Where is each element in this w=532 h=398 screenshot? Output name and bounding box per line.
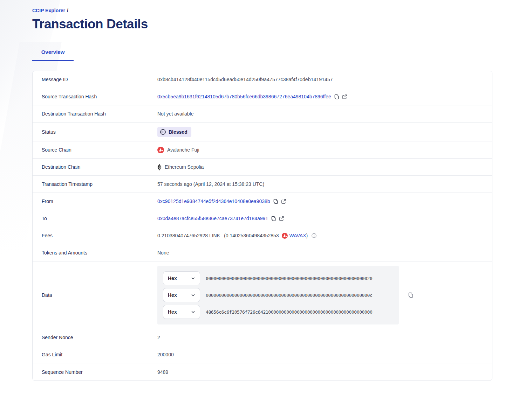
transaction-details-page: CCIP Explorer/ Transaction Details Overv… <box>0 0 532 381</box>
fees-native-amount: (0.140253604984352853 <box>224 233 279 238</box>
row-label: From <box>33 198 157 204</box>
row-label: Status <box>33 129 157 135</box>
row-sequence-number: Sequence Number 9489 <box>33 363 492 380</box>
row-dest-chain: Destination Chain Ethereum Sepolia <box>33 159 492 176</box>
row-to: To 0x0da4e87acfce55f58e36e7cae73741e7d18… <box>33 210 492 227</box>
timestamp-value: 57 seconds ago (April 12, 2024 at 15:38:… <box>157 181 492 187</box>
data-format-select[interactable]: Hex <box>163 288 200 302</box>
data-hex-value: 48656c6c6f20576f726c64210000000000000000… <box>206 309 372 315</box>
transaction-details-card: Message ID 0xb8cb414128f440e115dcd5d6ead… <box>32 71 492 381</box>
data-hex-box: Hex 000000000000000000000000000000000000… <box>157 266 399 324</box>
row-source-chain: Source Chain Avalanche Fuji <box>33 141 492 159</box>
info-icon[interactable] <box>312 233 316 238</box>
row-label: Source Chain <box>33 147 157 153</box>
copy-icon[interactable] <box>408 292 414 298</box>
tokens-value: None <box>157 250 492 256</box>
breadcrumb-separator: / <box>67 8 68 13</box>
breadcrumb-ccip-explorer-link[interactable]: CCIP Explorer <box>32 8 65 13</box>
data-hex-value: 0000000000000000000000000000000000000000… <box>206 276 372 281</box>
data-hex-value: 0000000000000000000000000000000000000000… <box>206 293 372 298</box>
row-label: To <box>33 216 157 221</box>
dest-chain-name: Ethereum Sepolia <box>165 164 204 170</box>
chevron-down-icon <box>191 310 195 314</box>
row-timestamp: Transaction Timestamp 57 seconds ago (Ap… <box>33 176 492 193</box>
avalanche-icon <box>157 147 164 153</box>
row-label: Source Transaction Hash <box>33 94 157 99</box>
row-data: Data Hex 0000000000000000000000000000000… <box>33 261 492 329</box>
status-badge: Blessed <box>157 127 191 137</box>
external-link-icon[interactable] <box>342 94 347 99</box>
data-line: Hex 000000000000000000000000000000000000… <box>163 288 393 302</box>
row-label: Message ID <box>33 77 157 82</box>
copy-icon[interactable] <box>271 216 276 221</box>
page-title: Transaction Details <box>32 17 492 32</box>
row-label: Destination Transaction Hash <box>33 111 157 117</box>
status-badge-label: Blessed <box>169 129 187 135</box>
row-gas-limit: Gas Limit 200000 <box>33 346 492 363</box>
from-address-link[interactable]: 0xc90125d1e9384744e5f2d4364e10408e0ea903… <box>157 198 270 204</box>
data-line: Hex 48656c6c6f20576f726c6421000000000000… <box>163 305 393 319</box>
fees-link-amount: 0.21038040747652928 LINK <box>157 233 220 238</box>
row-label: Data <box>33 292 157 298</box>
row-label: Tokens and Amounts <box>33 250 157 256</box>
copy-icon[interactable] <box>334 94 339 99</box>
data-format-selected: Hex <box>168 309 177 315</box>
data-format-select[interactable]: Hex <box>163 271 200 285</box>
data-line: Hex 000000000000000000000000000000000000… <box>163 271 393 285</box>
row-label: Transaction Timestamp <box>33 181 157 187</box>
row-label: Sequence Number <box>33 369 157 375</box>
chevron-down-icon <box>191 276 195 280</box>
fees-paren-close: ) <box>306 233 308 238</box>
sequence-number-value: 9489 <box>157 369 492 375</box>
source-chain-value: Avalanche Fuji <box>157 147 199 153</box>
row-label: Gas Limit <box>33 352 157 357</box>
breadcrumb: CCIP Explorer/ <box>32 8 492 13</box>
wavax-token-link[interactable]: WAVAX <box>289 233 306 238</box>
row-fees: Fees 0.21038040747652928 LINK (0.1402536… <box>33 227 492 244</box>
dest-tx-hash-value: Not yet available <box>157 111 492 117</box>
row-from: From 0xc90125d1e9384744e5f2d4364e10408e0… <box>33 193 492 210</box>
avalanche-icon <box>282 233 288 239</box>
row-label: Destination Chain <box>33 164 157 170</box>
blessed-signal-icon <box>160 129 166 135</box>
row-message-id: Message ID 0xb8cb414128f440e115dcd5d6ead… <box>33 71 492 88</box>
ethereum-icon <box>157 164 162 170</box>
row-status: Status Blessed <box>33 123 492 141</box>
source-tx-hash-link[interactable]: 0x5cb5ea9b1631f62148105d67b780b56fce66db… <box>157 94 331 99</box>
chevron-down-icon <box>191 293 195 297</box>
row-tokens: Tokens and Amounts None <box>33 244 492 261</box>
row-label: Sender Nonce <box>33 335 157 340</box>
source-chain-name: Avalanche Fuji <box>167 147 199 153</box>
tab-bar: Overview <box>32 49 492 61</box>
sender-nonce-value: 2 <box>157 335 492 340</box>
gas-limit-value: 200000 <box>157 352 492 357</box>
row-sender-nonce: Sender Nonce 2 <box>33 329 492 346</box>
row-label: Fees <box>33 233 157 238</box>
copy-icon[interactable] <box>273 199 278 204</box>
to-address-link[interactable]: 0x0da4e87acfce55f58e36e7cae73741e7d184a9… <box>157 216 268 221</box>
row-source-tx-hash: Source Transaction Hash 0x5cb5ea9b1631f6… <box>33 88 492 105</box>
tab-overview[interactable]: Overview <box>32 49 74 61</box>
message-id-value: 0xb8cb414128f440e115dcd5d6ead50e14d250f9… <box>157 77 492 82</box>
data-format-select[interactable]: Hex <box>163 305 200 319</box>
external-link-icon[interactable] <box>279 216 284 221</box>
data-format-selected: Hex <box>168 275 177 281</box>
row-dest-tx-hash: Destination Transaction Hash Not yet ava… <box>33 105 492 123</box>
data-format-selected: Hex <box>168 292 177 298</box>
external-link-icon[interactable] <box>281 199 286 204</box>
dest-chain-value: Ethereum Sepolia <box>157 164 204 170</box>
